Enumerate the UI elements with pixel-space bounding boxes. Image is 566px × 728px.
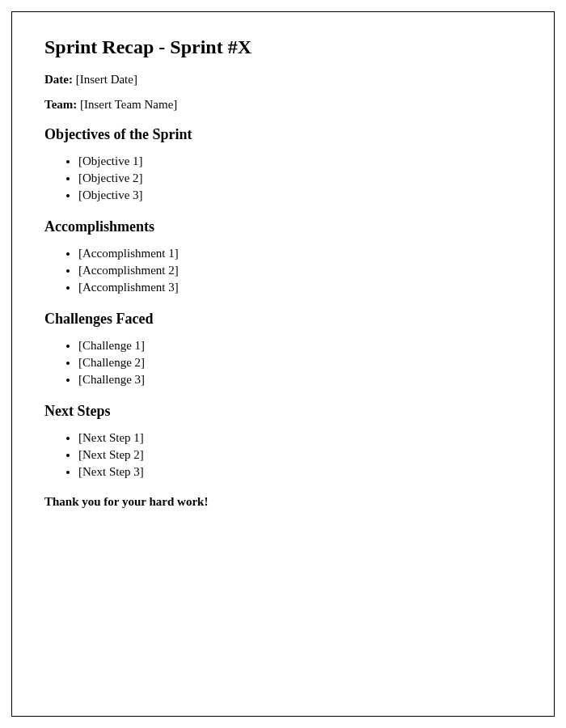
page-title: Sprint Recap - Sprint #X [44,36,522,58]
date-value: [Insert Date] [76,73,137,86]
next-steps-heading: Next Steps [44,403,522,420]
list-item: [Challenge 1] [78,337,522,354]
list-item: [Next Step 2] [78,447,522,463]
team-value: [Insert Team Name] [80,98,177,111]
list-item: [Objective 2] [78,170,522,187]
team-line: Team: [Insert Team Name] [44,98,522,112]
challenges-list: [Challenge 1] [Challenge 2] [Challenge 3… [44,337,522,388]
list-item: [Accomplishment 1] [78,245,522,262]
list-item: [Accomplishment 3] [78,279,522,296]
list-item: [Challenge 3] [78,371,522,388]
team-label: Team: [44,98,77,111]
list-item: [Accomplishment 2] [78,262,522,279]
document-page: Sprint Recap - Sprint #X Date: [Insert D… [11,11,555,717]
challenges-heading: Challenges Faced [44,311,522,328]
accomplishments-list: [Accomplishment 1] [Accomplishment 2] [A… [44,245,522,296]
list-item: [Challenge 2] [78,354,522,371]
accomplishments-heading: Accomplishments [44,218,522,235]
list-item: [Objective 3] [78,187,522,204]
date-line: Date: [Insert Date] [44,73,522,87]
list-item: [Next Step 3] [78,463,522,480]
closing-message: Thank you for your hard work! [44,495,522,509]
next-steps-list: [Next Step 1] [Next Step 2] [Next Step 3… [44,430,522,480]
objectives-list: [Objective 1] [Objective 2] [Objective 3… [44,153,522,204]
objectives-heading: Objectives of the Sprint [44,126,522,143]
date-label: Date: [44,73,73,86]
list-item: [Next Step 1] [78,430,522,447]
list-item: [Objective 1] [78,153,522,170]
